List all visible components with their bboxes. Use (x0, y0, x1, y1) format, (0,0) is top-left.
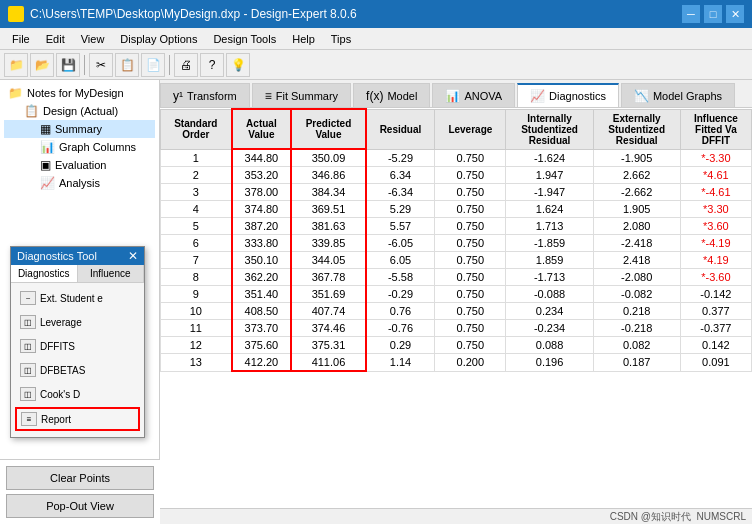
tab-transform[interactable]: y¹ Transform (160, 83, 250, 107)
diag-tab-diagnostics[interactable]: Diagnostics (11, 265, 78, 282)
cell-dffit: *3.30 (680, 201, 751, 218)
cell-order: 11 (161, 320, 232, 337)
cell-residual: 5.57 (366, 218, 435, 235)
dffits-icon: ◫ (20, 339, 36, 353)
cell-int_stud: 0.196 (506, 354, 593, 372)
toolbar-paste[interactable]: 📄 (141, 53, 165, 77)
sidebar-item-design[interactable]: 📋 Design (Actual) (4, 102, 155, 120)
data-table: StandardOrder ActualValue PredictedValue… (160, 108, 752, 372)
cell-leverage: 0.750 (435, 201, 506, 218)
cell-leverage: 0.750 (435, 252, 506, 269)
sidebar-item-graph-columns[interactable]: 📊 Graph Columns (4, 138, 155, 156)
clear-points-button[interactable]: Clear Points (6, 466, 154, 490)
cell-actual: 362.20 (232, 269, 292, 286)
cell-predicted: 411.06 (291, 354, 366, 372)
cell-residual: -5.58 (366, 269, 435, 286)
tab-fit-summary[interactable]: ≡ Fit Summary (252, 83, 351, 107)
cell-ext_stud: 2.662 (593, 167, 680, 184)
table-row: 8362.20367.78-5.580.750-1.713-2.080*-3.6… (161, 269, 752, 286)
tab-model[interactable]: f(x) Model (353, 83, 430, 107)
menu-file[interactable]: File (4, 31, 38, 47)
cell-order: 9 (161, 286, 232, 303)
model-icon: f(x) (366, 89, 383, 103)
diag-item-ext-student[interactable]: ~ Ext. Student e (15, 287, 140, 309)
cell-ext_stud: -2.080 (593, 269, 680, 286)
toolbar-cut[interactable]: ✂ (89, 53, 113, 77)
diagnostics-icon: 📈 (530, 89, 545, 103)
diagnostics-tool-panel: Diagnostics Tool ✕ Diagnostics Influence… (10, 246, 145, 438)
toolbar-copy[interactable]: 📋 (115, 53, 139, 77)
toolbar-light[interactable]: 💡 (226, 53, 250, 77)
menu-help[interactable]: Help (284, 31, 323, 47)
cell-residual: 1.14 (366, 354, 435, 372)
sidebar-item-notes[interactable]: 📁 Notes for MyDesign (4, 84, 155, 102)
toolbar-new[interactable]: 📁 (4, 53, 28, 77)
tab-diagnostics[interactable]: 📈 Diagnostics (517, 83, 619, 107)
content-area: y¹ Transform ≡ Fit Summary f(x) Model 📊 … (160, 80, 752, 524)
menu-display-options[interactable]: Display Options (112, 31, 205, 47)
cell-leverage: 0.750 (435, 286, 506, 303)
cell-predicted: 351.69 (291, 286, 366, 303)
fit-summary-icon: ≡ (265, 89, 272, 103)
data-area[interactable]: StandardOrder ActualValue PredictedValue… (160, 108, 752, 510)
col-header-ext-stud: ExternallyStudentizedResidual (593, 109, 680, 149)
cell-actual: 373.70 (232, 320, 292, 337)
cell-actual: 350.10 (232, 252, 292, 269)
cell-residual: 0.29 (366, 337, 435, 354)
cell-ext_stud: -0.082 (593, 286, 680, 303)
sidebar-item-evaluation[interactable]: ▣ Evaluation (4, 156, 155, 174)
toolbar-save[interactable]: 💾 (56, 53, 80, 77)
sidebar-item-summary[interactable]: ▦ Summary (4, 120, 155, 138)
cell-dffit: *4.61 (680, 167, 751, 184)
cell-int_stud: 1.947 (506, 167, 593, 184)
cell-actual: 374.80 (232, 201, 292, 218)
menu-tips[interactable]: Tips (323, 31, 359, 47)
cell-int_stud: 1.859 (506, 252, 593, 269)
diag-item-report[interactable]: ≡ Report (15, 407, 140, 431)
design-icon: 📋 (24, 104, 39, 118)
cell-actual: 387.20 (232, 218, 292, 235)
cell-actual: 408.50 (232, 303, 292, 320)
pop-out-view-button[interactable]: Pop-Out View (6, 494, 154, 518)
cell-order: 6 (161, 235, 232, 252)
menu-design-tools[interactable]: Design Tools (205, 31, 284, 47)
diag-item-cooks-d[interactable]: ◫ Cook's D (15, 383, 140, 405)
diagnostics-tool-items: ~ Ext. Student e ◫ Leverage ◫ DFFITS ◫ D… (11, 283, 144, 437)
col-header-predicted: PredictedValue (291, 109, 366, 149)
cell-predicted: 367.78 (291, 269, 366, 286)
cell-order: 2 (161, 167, 232, 184)
diag-item-dffits[interactable]: ◫ DFFITS (15, 335, 140, 357)
col-header-order: StandardOrder (161, 109, 232, 149)
cell-leverage: 0.750 (435, 149, 506, 167)
toolbar-help[interactable]: ? (200, 53, 224, 77)
cell-leverage: 0.200 (435, 354, 506, 372)
col-header-actual: ActualValue (232, 109, 292, 149)
cell-leverage: 0.750 (435, 218, 506, 235)
cell-ext_stud: -1.905 (593, 149, 680, 167)
toolbar-open[interactable]: 📂 (30, 53, 54, 77)
cell-dffit: *4.19 (680, 252, 751, 269)
tab-anova[interactable]: 📊 ANOVA (432, 83, 515, 107)
maximize-button[interactable]: □ (704, 5, 722, 23)
table-row: 10408.50407.740.760.7500.2340.2180.377 (161, 303, 752, 320)
cell-ext_stud: -2.418 (593, 235, 680, 252)
tab-bar: y¹ Transform ≡ Fit Summary f(x) Model 📊 … (160, 80, 752, 108)
cell-dffit: 0.091 (680, 354, 751, 372)
close-button[interactable]: ✕ (726, 5, 744, 23)
minimize-button[interactable]: ─ (682, 5, 700, 23)
diagnostics-tool-close[interactable]: ✕ (128, 249, 138, 263)
cell-int_stud: 1.713 (506, 218, 593, 235)
diag-item-leverage[interactable]: ◫ Leverage (15, 311, 140, 333)
diag-tab-influence[interactable]: Influence (78, 265, 145, 282)
cell-order: 10 (161, 303, 232, 320)
sidebar-item-analysis[interactable]: 📈 Analysis (4, 174, 155, 192)
menu-edit[interactable]: Edit (38, 31, 73, 47)
menu-view[interactable]: View (73, 31, 113, 47)
bottom-buttons: Clear Points Pop-Out View (0, 459, 160, 524)
cell-int_stud: -0.088 (506, 286, 593, 303)
diag-item-dfbetas[interactable]: ◫ DFBETAS (15, 359, 140, 381)
cell-leverage: 0.750 (435, 320, 506, 337)
toolbar-print[interactable]: 🖨 (174, 53, 198, 77)
tab-model-graphs[interactable]: 📉 Model Graphs (621, 83, 735, 107)
cell-dffit: 0.377 (680, 303, 751, 320)
